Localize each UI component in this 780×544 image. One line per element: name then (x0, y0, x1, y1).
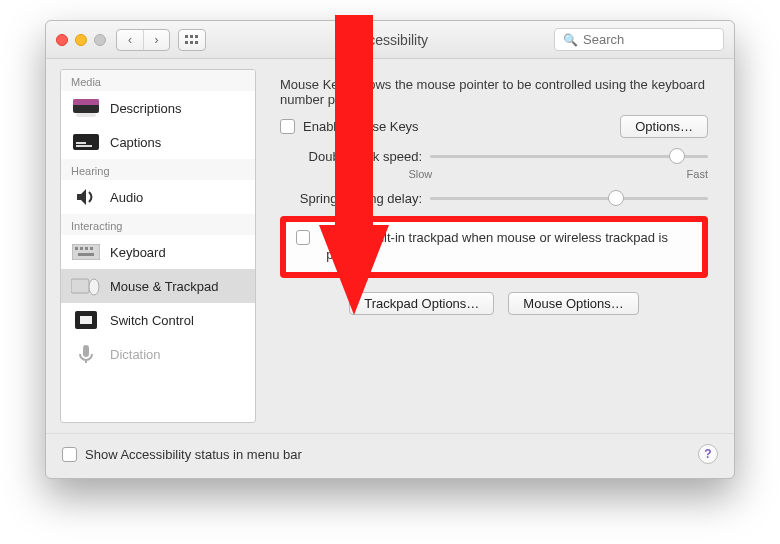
ignore-trackpad-checkbox[interactable] (296, 230, 310, 245)
mouse-options-button[interactable]: Mouse Options… (508, 292, 638, 315)
help-button[interactable]: ? (698, 444, 718, 464)
section-media: Media (61, 70, 255, 91)
settings-pane: Mouse Keys allows the mouse pointer to b… (268, 69, 720, 423)
show-all-button[interactable] (178, 29, 206, 51)
sidebar-scroll[interactable]: Media Descriptions Captions Hearing (61, 70, 255, 422)
switch-control-icon (71, 308, 101, 332)
svg-point-19 (89, 279, 99, 295)
svg-rect-7 (73, 99, 99, 105)
double-click-speed-label: Double-click speed: (280, 149, 430, 164)
spring-loading-delay-label: Spring-loading delay: (280, 191, 430, 206)
window-controls (56, 34, 106, 46)
close-icon[interactable] (56, 34, 68, 46)
fast-label: Fast (687, 168, 708, 180)
section-hearing: Hearing (61, 159, 255, 180)
svg-rect-3 (185, 41, 188, 44)
sidebar-item-dictation[interactable]: Dictation (61, 337, 255, 371)
highlight-callout: Ignore built-in trackpad when mouse or w… (280, 216, 708, 278)
svg-rect-22 (83, 345, 89, 357)
svg-rect-0 (185, 35, 188, 38)
mouse-keys-options-button[interactable]: Options… (620, 115, 708, 138)
sidebar-item-label: Dictation (110, 347, 161, 362)
sidebar-item-label: Mouse & Trackpad (110, 279, 218, 294)
enable-mouse-keys-checkbox[interactable] (280, 119, 295, 134)
dictation-icon (71, 342, 101, 366)
descriptions-icon (71, 96, 101, 120)
back-button[interactable]: ‹ (117, 30, 143, 50)
svg-rect-15 (85, 247, 88, 250)
svg-rect-13 (75, 247, 78, 250)
svg-rect-11 (76, 145, 92, 147)
sidebar-item-mouse-trackpad[interactable]: Mouse & Trackpad (61, 269, 255, 303)
svg-rect-8 (76, 113, 96, 117)
section-interacting: Interacting (61, 214, 255, 235)
nav-back-forward: ‹ › (116, 29, 170, 51)
sidebar-item-captions[interactable]: Captions (61, 125, 255, 159)
svg-rect-4 (190, 41, 193, 44)
trackpad-options-button[interactable]: Trackpad Options… (349, 292, 494, 315)
sidebar-item-descriptions[interactable]: Descriptions (61, 91, 255, 125)
category-sidebar: Media Descriptions Captions Hearing (60, 69, 256, 423)
audio-icon (71, 185, 101, 209)
double-click-speed-slider[interactable] (430, 148, 708, 164)
svg-rect-21 (80, 316, 92, 324)
zoom-icon (94, 34, 106, 46)
sidebar-item-label: Audio (110, 190, 143, 205)
enable-mouse-keys-label: Enable Mouse Keys (303, 119, 419, 134)
captions-icon (71, 130, 101, 154)
slow-label: Slow (408, 168, 432, 180)
forward-button[interactable]: › (143, 30, 169, 50)
sidebar-item-label: Captions (110, 135, 161, 150)
svg-rect-12 (72, 244, 100, 260)
sidebar-item-audio[interactable]: Audio (61, 180, 255, 214)
search-input[interactable] (583, 32, 715, 47)
search-field[interactable]: 🔍 (554, 28, 724, 51)
titlebar: ‹ › Accessibility 🔍 (46, 21, 734, 59)
svg-rect-10 (76, 142, 86, 144)
svg-rect-18 (71, 279, 89, 293)
svg-rect-14 (80, 247, 83, 250)
sidebar-item-keyboard[interactable]: Keyboard (61, 235, 255, 269)
mouse-keys-intro: Mouse Keys allows the mouse pointer to b… (280, 77, 708, 107)
ignore-trackpad-label: Ignore built-in trackpad when mouse or w… (326, 230, 692, 264)
minimize-icon[interactable] (75, 34, 87, 46)
accessibility-prefs-window: ‹ › Accessibility 🔍 Media Descriptions (45, 20, 735, 479)
spring-loading-delay-slider[interactable] (430, 190, 708, 206)
svg-rect-16 (90, 247, 93, 250)
footer: Show Accessibility status in menu bar ? (46, 433, 734, 478)
svg-rect-5 (195, 41, 198, 44)
sidebar-item-label: Descriptions (110, 101, 182, 116)
keyboard-icon (71, 240, 101, 264)
sidebar-item-label: Keyboard (110, 245, 166, 260)
svg-rect-17 (78, 253, 94, 256)
grid-icon (179, 30, 205, 50)
svg-rect-1 (190, 35, 193, 38)
sidebar-item-label: Switch Control (110, 313, 194, 328)
show-status-menubar-label: Show Accessibility status in menu bar (85, 447, 302, 462)
search-icon: 🔍 (563, 33, 578, 47)
show-status-menubar-checkbox[interactable] (62, 447, 77, 462)
mouse-trackpad-icon (71, 274, 101, 298)
sidebar-item-switch-control[interactable]: Switch Control (61, 303, 255, 337)
svg-rect-2 (195, 35, 198, 38)
